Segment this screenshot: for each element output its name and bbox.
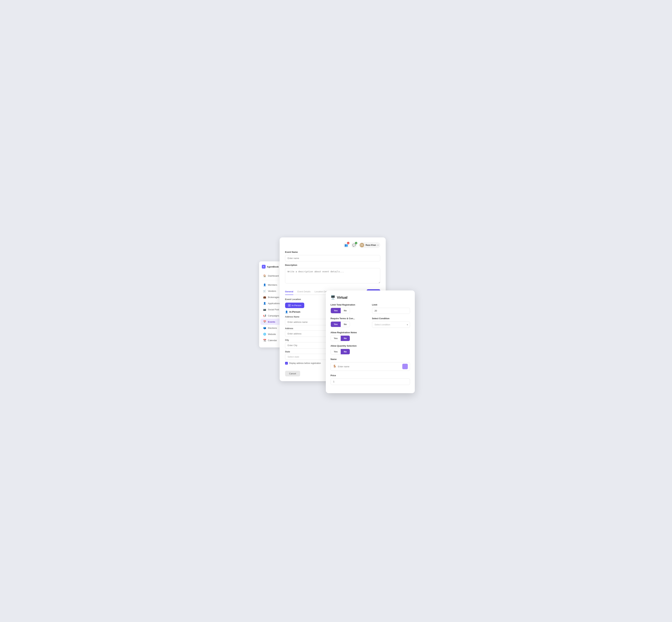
limit-value-col: Limit — [372, 304, 410, 314]
state-label: State — [285, 350, 332, 353]
quantity-label: Allow Quantity Selection — [330, 345, 410, 347]
limit-registration-label: Limit Total Registration — [330, 304, 368, 306]
city-group: City — [285, 339, 332, 348]
price-input-wrapper: $ — [330, 378, 410, 385]
quantity-section: Allow Quantity Selection Yes No — [330, 345, 410, 354]
limit-no-button[interactable]: No — [341, 308, 350, 313]
tab-event-details[interactable]: Event Details — [297, 290, 311, 295]
terms-yes-button[interactable]: Yes — [331, 322, 341, 327]
select-condition-col: Select Condition Select condition ▾ — [372, 317, 410, 328]
sidebar-item-label: Social Post — [268, 308, 279, 311]
description-label: Description — [285, 264, 380, 266]
event-name-input[interactable] — [285, 255, 380, 262]
price-input[interactable] — [335, 380, 407, 383]
state-select[interactable]: Select state — [285, 354, 332, 360]
user-dropdown-icon: ▾ — [378, 244, 379, 246]
name-input-row: 🪑 — [330, 362, 410, 371]
cancel-button[interactable]: Cancel — [285, 371, 300, 376]
limit-registration-row: Limit Total Registration Yes No Limit — [330, 304, 410, 314]
sidebar-item-label: Applications — [268, 302, 280, 305]
events-icon: 📅 — [263, 320, 266, 323]
header-icons: 👥 10 💬 4 RK Raza Khan ▾ — [343, 242, 380, 248]
sidebar-item-label: Elections — [268, 327, 277, 329]
applications-icon: 👤 — [263, 302, 266, 305]
inperson-title: In-Person — [289, 310, 300, 313]
sidebar-item-label: Events — [268, 320, 275, 323]
display-address-checkbox[interactable]: ✓ — [285, 362, 288, 365]
limit-yes-button[interactable]: Yes — [331, 308, 341, 313]
notes-section: Allow Registration Notes Yes No — [330, 331, 410, 341]
sidebar-item-label: Calendar — [268, 339, 277, 342]
notes-toggle: Yes No — [330, 336, 350, 341]
notifications-button[interactable]: 👥 10 — [343, 242, 349, 248]
color-swatch[interactable] — [402, 364, 408, 369]
terms-no-button[interactable]: No — [341, 322, 350, 327]
city-input[interactable] — [285, 342, 332, 348]
limit-label: Limit — [372, 304, 410, 306]
messages-button[interactable]: 💬 4 — [351, 242, 357, 248]
virtual-icon: 🖥️ — [330, 295, 335, 300]
terms-toggle: Yes No — [330, 321, 350, 327]
brand-name: AgentBook — [267, 266, 279, 268]
notes-no-button[interactable]: No — [341, 336, 350, 341]
description-input[interactable] — [285, 268, 380, 283]
inperson-toggle-label: In-Person — [292, 304, 302, 307]
terms-row: Require Terms & Con... Yes No Select Con… — [330, 317, 410, 328]
website-icon: 🌐 — [263, 333, 266, 336]
limit-registration-col: Limit Total Registration Yes No — [330, 304, 368, 314]
notification-badge: 10 — [347, 242, 349, 244]
notes-yes-button[interactable]: Yes — [331, 336, 341, 341]
tab-general[interactable]: General — [285, 290, 293, 295]
brand-icon: A — [262, 265, 266, 269]
sidebar-item-label: Vendors — [268, 290, 276, 292]
state-group: State Select state ▾ — [285, 350, 332, 360]
limit-registration-toggle: Yes No — [330, 308, 350, 313]
quantity-yes-button[interactable]: Yes — [331, 349, 341, 354]
sidebar-item-label: Campaigns — [268, 314, 279, 317]
sidebar-item-label: Brokerages — [268, 296, 279, 299]
dashboard-icon: 🏠 — [263, 274, 266, 277]
terms-label: Require Terms & Con... — [330, 317, 368, 320]
quantity-no-button[interactable]: No — [341, 349, 350, 354]
city-label: City — [285, 339, 332, 341]
sidebar-item-label: Website — [268, 333, 276, 336]
price-section: Price $ — [330, 374, 410, 385]
inperson-toggle-button[interactable]: ✓ In-Person — [285, 303, 304, 308]
limit-input[interactable] — [372, 308, 410, 314]
name-section: Name 🪑 — [330, 358, 410, 371]
sidebar-item-label: Members — [268, 284, 277, 286]
select-condition-label: Select Condition — [372, 317, 410, 320]
event-name-label: Event Name — [285, 251, 380, 253]
social-post-icon: 📷 — [263, 308, 266, 311]
calendar-icon: 📆 — [263, 339, 266, 342]
quantity-toggle: Yes No — [330, 349, 350, 354]
campaigns-icon: 📢 — [263, 314, 266, 317]
avatar: RK — [360, 243, 364, 247]
seat-icon: 🪑 — [333, 365, 337, 368]
message-badge: 4 — [355, 242, 357, 244]
price-label: Price — [330, 374, 410, 377]
state-select-wrapper: Select state ▾ — [285, 354, 332, 360]
virtual-title: Virtual — [337, 296, 348, 300]
virtual-card: 🖥️ Virtual Limit Total Registration Yes … — [326, 290, 415, 393]
inperson-icon: 👤 — [285, 310, 288, 313]
user-name: Raza Khan — [365, 244, 376, 246]
condition-select[interactable]: Select condition — [372, 321, 410, 328]
notes-label: Allow Registration Notes — [330, 331, 410, 334]
brokerages-icon: 💼 — [263, 296, 266, 299]
header-bar: 👥 10 💬 4 RK Raza Khan ▾ — [285, 242, 380, 248]
condition-select-wrapper: Select condition ▾ — [372, 321, 410, 328]
elections-icon: 🗳️ — [263, 326, 266, 330]
name-input[interactable] — [338, 365, 401, 368]
sidebar-item-label: Dashboard — [268, 275, 279, 277]
vendors-icon: 🛒 — [263, 289, 266, 292]
virtual-header: 🖥️ Virtual — [330, 295, 410, 300]
checkbox-label: Display address before registration — [289, 362, 321, 365]
check-icon: ✓ — [288, 304, 291, 307]
terms-col: Require Terms & Con... Yes No — [330, 317, 368, 328]
name-label: Name — [330, 358, 410, 360]
members-icon: 👤 — [263, 283, 266, 286]
user-menu[interactable]: RK Raza Khan ▾ — [359, 242, 380, 248]
price-symbol: $ — [333, 380, 334, 383]
